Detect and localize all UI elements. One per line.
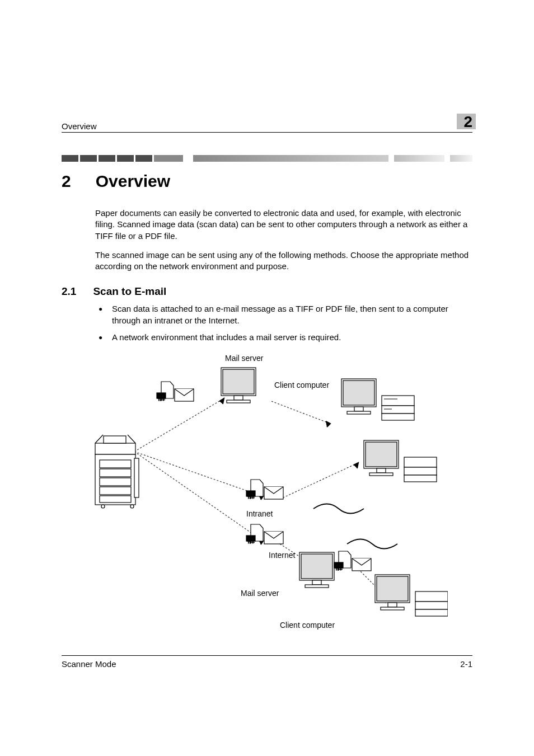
svg-rect-51 <box>388 603 397 607</box>
svg-rect-10 <box>134 458 139 497</box>
section-title: Scan to E-mail <box>93 285 166 298</box>
mfp-icon <box>95 435 139 508</box>
svg-rect-14 <box>227 400 250 403</box>
mail-server-bottom-label: Mail server <box>241 589 279 598</box>
svg-rect-50 <box>377 576 408 601</box>
svg-rect-13 <box>234 396 243 400</box>
attachment-icon: PDF TIFF <box>157 382 194 401</box>
svg-rect-52 <box>381 607 404 610</box>
svg-rect-3 <box>100 460 131 468</box>
svg-rect-0 <box>95 443 135 454</box>
intro-p1: Paper documents can easily be converted … <box>95 208 472 242</box>
svg-rect-34 <box>404 457 437 467</box>
svg-rect-1 <box>104 436 126 443</box>
computer-icon <box>375 575 448 616</box>
chapter-tab: 2 <box>457 112 472 131</box>
svg-point-8 <box>101 505 105 508</box>
chapter-heading: 2 Overview <box>62 172 472 191</box>
svg-rect-53 <box>415 591 448 602</box>
section-heading: 2.1 Scan to E-mail <box>62 285 472 298</box>
chapter-number: 2 <box>62 172 71 191</box>
client-computer-top-label: Client computer <box>274 381 329 389</box>
svg-rect-7 <box>100 496 131 503</box>
svg-rect-44 <box>305 585 329 588</box>
client-computer-bottom-label: Client computer <box>280 621 335 630</box>
running-header: Overview 2 <box>62 112 472 133</box>
chapter-tab-number: 2 <box>463 113 472 131</box>
attachment-icon: PDF TIFF <box>334 551 371 571</box>
svg-rect-4 <box>100 469 131 477</box>
svg-text:TIFF: TIFF <box>158 398 165 401</box>
svg-rect-42 <box>301 554 332 579</box>
computer-icon <box>364 440 437 482</box>
section-bullets: Scan data is attached to an e-mail messa… <box>95 303 472 343</box>
svg-rect-12 <box>223 369 254 394</box>
svg-rect-32 <box>377 468 386 473</box>
svg-rect-5 <box>100 478 131 486</box>
svg-rect-36 <box>404 475 437 482</box>
svg-rect-55 <box>415 609 448 616</box>
svg-text:TIFF: TIFF <box>247 496 255 499</box>
svg-rect-22 <box>347 411 371 414</box>
svg-rect-21 <box>354 407 363 411</box>
svg-text:TIFF: TIFF <box>335 567 343 571</box>
chapter-title: Overview <box>96 172 170 191</box>
section-number: 2.1 <box>62 285 76 298</box>
page-footer: Scanner Mode 2-1 <box>62 655 472 669</box>
intranet-label: Intranet <box>246 509 273 518</box>
mail-server-top-label: Mail server <box>225 354 264 363</box>
intro-text: Paper documents can easily be converted … <box>95 208 472 272</box>
attachment-icon: PDF TIFF <box>246 524 283 544</box>
svg-rect-33 <box>369 473 393 476</box>
scan-to-email-diagram: Mail server PDF TIFF Clien <box>78 351 472 633</box>
list-item: A network environment that includes a ma… <box>95 332 472 343</box>
attachment-icon: PDF TIFF <box>246 480 283 499</box>
decorative-strip <box>62 155 472 162</box>
svg-rect-35 <box>404 467 437 475</box>
monitor-icon <box>221 368 256 403</box>
svg-rect-25 <box>382 414 414 420</box>
svg-rect-43 <box>312 580 321 585</box>
footer-right: 2-1 <box>460 659 472 669</box>
footer-left: Scanner Mode <box>62 659 116 669</box>
computer-icon <box>341 379 414 420</box>
svg-rect-20 <box>343 381 374 405</box>
monitor-icon <box>299 552 334 588</box>
internet-label: Internet <box>269 551 296 560</box>
header-section-name: Overview <box>62 121 97 131</box>
svg-point-9 <box>130 505 134 508</box>
svg-rect-6 <box>100 487 131 495</box>
svg-rect-24 <box>382 406 414 414</box>
svg-rect-54 <box>415 602 448 609</box>
list-item: Scan data is attached to an e-mail messa… <box>95 303 472 326</box>
intro-p2: The scanned image can be sent using any … <box>95 250 472 273</box>
svg-text:TIFF: TIFF <box>247 541 255 544</box>
svg-rect-31 <box>366 442 397 467</box>
svg-rect-23 <box>382 396 414 406</box>
